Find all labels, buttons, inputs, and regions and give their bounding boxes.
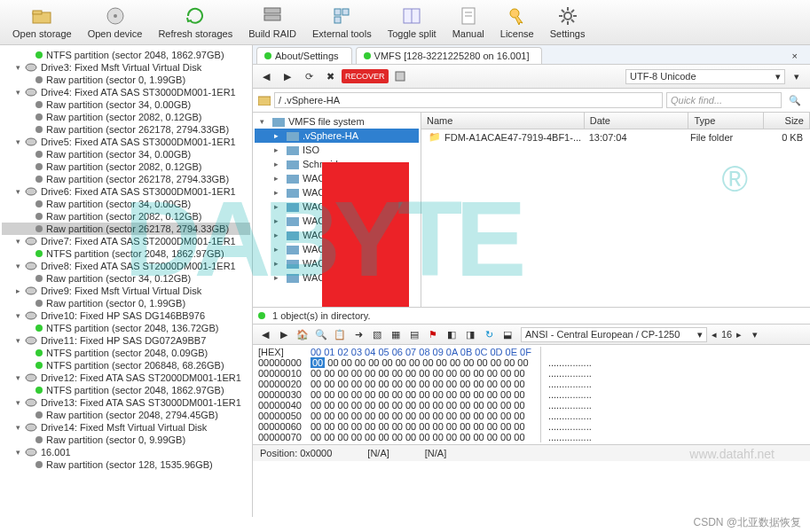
expand-arrow-icon[interactable]: ▾ — [16, 398, 25, 407]
drive-tree-item[interactable]: ▾Drive8: Fixed ATA SAS ST2000DM001-1ER1 — [2, 260, 250, 272]
external-tools-button[interactable]: External tools — [305, 4, 379, 41]
expand-arrow-icon[interactable]: ▸ — [274, 202, 283, 211]
drive-tree-item[interactable]: Raw partition (sector 2082, 0.12GB) — [2, 160, 250, 173]
drive-tree-item[interactable]: ▾Drive3: Fixed Msft Virtual Virtual Disk — [2, 61, 250, 74]
drive-tree-item[interactable]: ▸Drive9: Fixed Msft Virtual Virtual Disk — [2, 285, 250, 297]
drive-tree-item[interactable]: ▾Drive11: Fixed HP SAS DG072A9BB7 — [2, 334, 250, 347]
drive-tree-item[interactable]: Raw partition (sector 262178, 2794.33GB) — [2, 223, 250, 235]
quick-find-input[interactable]: Quick find... — [666, 92, 782, 108]
refresh-storages-button[interactable]: Refresh storages — [151, 4, 240, 41]
expand-arrow-icon[interactable]: ▾ — [16, 373, 25, 382]
expand-arrow-icon[interactable]: ▸ — [16, 286, 25, 295]
drive-tree-item[interactable]: NTFS partition (sector 2048, 1862.97GB) — [2, 384, 250, 396]
refresh-icon[interactable]: ⟳ — [299, 67, 318, 85]
settings-button[interactable]: Settings — [543, 4, 593, 41]
recover-button[interactable]: RECOVER — [342, 69, 389, 83]
drive-tree-item[interactable]: NTFS partition (sector 206848, 68.26GB) — [2, 359, 250, 372]
hex-home-icon[interactable]: 🏠 — [294, 326, 311, 342]
hex-back-icon[interactable]: ◀ — [256, 326, 274, 342]
more-icon[interactable]: ▾ — [787, 67, 806, 85]
expand-arrow-icon[interactable]: ▸ — [274, 259, 283, 268]
hex-copy-icon[interactable]: 📋 — [331, 326, 349, 342]
drive-tree-item[interactable]: ▾Drive6: Fixed ATA SAS ST3000DM001-1ER1 — [2, 185, 250, 198]
drive-tree-item[interactable]: Raw partition (sector 2082, 0.12GB) — [2, 111, 250, 123]
expand-arrow-icon[interactable]: ▾ — [16, 88, 25, 97]
expand-arrow-icon[interactable]: ▾ — [16, 262, 25, 270]
drive-tree-item[interactable]: Raw partition (sector 34, 0.12GB) — [2, 272, 250, 285]
expand-arrow-icon[interactable]: ▸ — [274, 273, 283, 282]
drive-tree-item[interactable]: ▾Drive14: Fixed Msft Virtual Virtual Dis… — [2, 421, 250, 434]
encoding-select[interactable]: UTF-8 Unicode▾ — [625, 69, 785, 84]
hex-view[interactable]: [HEX]00000000000000100000002000000030000… — [253, 345, 810, 444]
drive-tree-item[interactable]: Raw partition (sector 0, 1.99GB) — [2, 297, 250, 309]
drive-tree-item[interactable]: Raw partition (sector 128, 1535.96GB) — [2, 458, 250, 471]
drive-tree-item[interactable]: ▾Drive10: Fixed HP SAS DG146BB976 — [2, 309, 250, 322]
hex-cols[interactable]: 16 — [721, 329, 732, 340]
expand-arrow-icon[interactable]: ▸ — [274, 188, 283, 197]
hex-tool1-icon[interactable]: ▧ — [368, 326, 386, 342]
expand-arrow-icon[interactable]: ▾ — [16, 63, 25, 72]
expand-arrow-icon[interactable]: ▾ — [16, 311, 25, 320]
hex-tool4-icon[interactable]: ◧ — [443, 326, 460, 342]
expand-arrow-icon[interactable]: ▸ — [274, 231, 283, 239]
drive-tree-item[interactable]: ▾Drive7: Fixed ATA SAS ST2000DM001-1ER1 — [2, 235, 250, 247]
expand-arrow-icon[interactable]: ▾ — [16, 137, 25, 146]
drive-tree-item[interactable]: NTFS partition (sector 2048, 136.72GB) — [2, 322, 250, 334]
toggle-split-button[interactable]: Toggle split — [381, 4, 444, 41]
delete-icon[interactable]: ✖ — [320, 67, 340, 85]
drive-tree-item[interactable]: ▾16.001 — [2, 446, 250, 458]
expand-arrow-icon[interactable]: ▸ — [274, 145, 283, 154]
path-input[interactable]: / .vSphere-HA — [274, 92, 663, 108]
open-storage-button[interactable]: Open storage — [5, 4, 79, 41]
drive-tree-item[interactable]: Raw partition (sector 0, 9.99GB) — [2, 434, 250, 446]
license-button[interactable]: License — [493, 4, 541, 41]
hex-refresh-icon[interactable]: ↻ — [480, 326, 498, 342]
search-icon[interactable]: 🔍 — [785, 91, 805, 109]
drive-tree-item[interactable]: Raw partition (sector 34, 0.00GB) — [2, 148, 250, 160]
drive-tree[interactable]: NTFS partition (sector 2048, 1862.97GB)▾… — [0, 45, 253, 517]
drive-tree-item[interactable]: NTFS partition (sector 2048, 1862.97GB) — [2, 49, 250, 61]
tool-icon[interactable] — [390, 67, 410, 85]
hex-tool6-icon[interactable]: ⬓ — [499, 326, 516, 342]
hex-fwd-icon[interactable]: ▶ — [275, 326, 293, 342]
hex-encoding-select[interactable]: ANSI - Central European / CP-1250▾ — [521, 327, 707, 342]
manual-button[interactable]: Manual — [445, 4, 492, 41]
expand-arrow-icon[interactable]: ▾ — [16, 423, 25, 432]
drive-tree-item[interactable]: Raw partition (sector 2082, 0.12GB) — [2, 210, 250, 223]
expand-arrow-icon[interactable]: ▸ — [274, 174, 283, 183]
file-list-header[interactable]: Name Date Type Size — [421, 113, 810, 129]
hex-find-icon[interactable]: 🔍 — [312, 326, 330, 342]
drive-tree-item[interactable]: ▾Drive13: Fixed ATA SAS ST3000DM001-1ER1 — [2, 396, 250, 409]
hex-tool5-icon[interactable]: ◨ — [461, 326, 479, 342]
tab-about[interactable]: About/Settings — [256, 47, 352, 64]
fs-tree-item[interactable]: ▸.vSphere-HA — [255, 129, 419, 143]
back-icon[interactable]: ◀ — [256, 67, 276, 85]
tab-vmfs[interactable]: VMFS [128-3221225280 on 16.001] — [356, 47, 543, 64]
build-raid-button[interactable]: Build RAID — [241, 4, 303, 41]
drive-tree-item[interactable]: NTFS partition (sector 2048, 0.09GB) — [2, 347, 250, 359]
expand-arrow-icon[interactable]: ▾ — [16, 336, 25, 345]
hex-flag-icon[interactable]: ⚑ — [424, 326, 442, 342]
drive-tree-item[interactable]: Raw partition (sector 34, 0.00GB) — [2, 198, 250, 210]
expand-arrow-icon[interactable]: ▾ — [16, 448, 25, 457]
hex-goto-icon[interactable]: ➜ — [350, 326, 367, 342]
tab-close-button[interactable]: × — [783, 47, 806, 64]
file-list-row[interactable]: 📁 FDM-A1ACAE47-7919-4BF1-... 13:07:04 Fi… — [421, 129, 810, 145]
drive-tree-item[interactable]: Raw partition (sector 2048, 2794.45GB) — [2, 409, 250, 421]
hex-tool2-icon[interactable]: ▦ — [387, 326, 405, 342]
drive-tree-item[interactable]: ▾Drive4: Fixed ATA SAS ST3000DM001-1ER1 — [2, 86, 250, 98]
drive-tree-item[interactable]: Raw partition (sector 262178, 2794.33GB) — [2, 123, 250, 136]
drive-tree-item[interactable]: Raw partition (sector 34, 0.00GB) — [2, 98, 250, 111]
fs-root[interactable]: ▾VMFS file system — [255, 114, 419, 129]
drive-tree-item[interactable]: Raw partition (sector 262178, 2794.33GB) — [2, 173, 250, 185]
expand-arrow-icon[interactable]: ▸ — [274, 131, 283, 140]
open-device-button[interactable]: Open device — [81, 4, 150, 41]
fs-tree[interactable]: ▾VMFS file system ▸.vSphere-HA▸ISO▸Schne… — [253, 113, 421, 307]
expand-arrow-icon[interactable]: ▸ — [274, 216, 283, 225]
drive-tree-item[interactable]: ▾Drive12: Fixed ATA SAS ST2000DM001-1ER1 — [2, 372, 250, 384]
hex-tool3-icon[interactable]: ▤ — [405, 326, 423, 342]
fs-tree-item[interactable]: ▸ISO — [255, 143, 419, 157]
drive-tree-item[interactable]: ▾Drive5: Fixed ATA SAS ST3000DM001-1ER1 — [2, 136, 250, 148]
forward-icon[interactable]: ▶ — [278, 67, 297, 85]
drive-tree-item[interactable]: Raw partition (sector 0, 1.99GB) — [2, 74, 250, 86]
